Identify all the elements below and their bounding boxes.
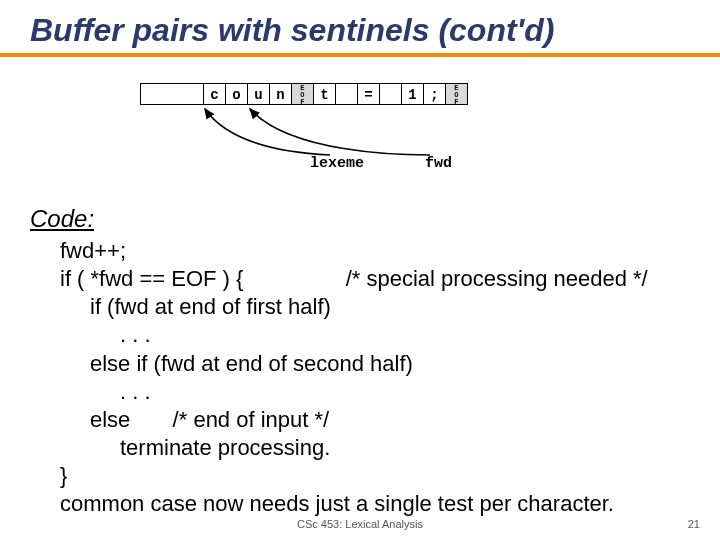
title-underline: [0, 53, 720, 57]
lexeme-label: lexeme: [310, 155, 364, 172]
code-block: fwd++; if ( *fwd == EOF ) { /* special p…: [60, 237, 690, 519]
fwd-label: fwd: [425, 155, 452, 172]
page-number: 21: [688, 518, 700, 530]
slide-title: Buffer pairs with sentinels (cont'd): [30, 12, 690, 49]
code-line: else /* end of input */: [90, 406, 690, 434]
pointer-arrows: [30, 75, 690, 205]
buffer-diagram: c o u n EOF t = 1 ; EOF lexeme: [30, 75, 690, 205]
code-line: . . .: [120, 378, 690, 406]
code-line: if (fwd at end of first half): [90, 293, 690, 321]
code-heading: Code:: [30, 205, 690, 233]
slide: Buffer pairs with sentinels (cont'd) c o…: [0, 0, 720, 540]
code-line: terminate processing.: [120, 434, 690, 462]
code-line: common case now needs just a single test…: [60, 490, 690, 518]
footer-text: CSc 453: Lexical Analysis: [0, 518, 720, 530]
code-line: else if (fwd at end of second half): [90, 350, 690, 378]
code-line: fwd++;: [60, 237, 690, 265]
code-line: }: [60, 462, 690, 490]
code-line: if ( *fwd == EOF ) { /* special processi…: [60, 265, 690, 293]
code-line: . . .: [120, 321, 690, 349]
